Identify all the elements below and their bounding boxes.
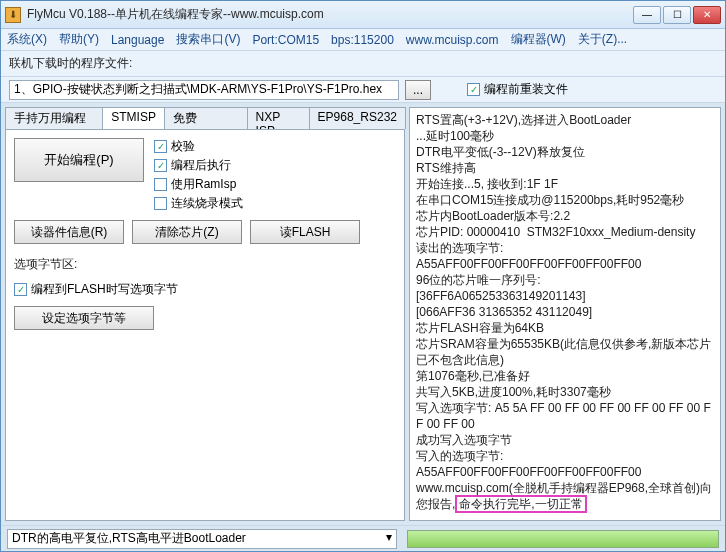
- close-button[interactable]: ✕: [693, 6, 721, 24]
- verify-checkbox[interactable]: ✓: [154, 140, 167, 153]
- cont-checkbox[interactable]: [154, 197, 167, 210]
- menu-help[interactable]: 帮助(Y): [59, 31, 99, 48]
- log-line: 96位的芯片唯一序列号:: [416, 272, 714, 288]
- app-window: ⬇ FlyMcu V0.188--单片机在线编程专家--www.mcuisp.c…: [0, 0, 726, 552]
- write-opt-label: 编程到FLASH时写选项字节: [31, 281, 178, 298]
- log-line: RTS维持高: [416, 160, 714, 176]
- log-line: A55AFF00FF00FF00FF00FF00FF00FF00: [416, 256, 714, 272]
- log-line: RTS置高(+3-+12V),选择进入BootLoader: [416, 112, 714, 128]
- log-line: 写入选项字节: A5 5A FF 00 FF 00 FF 00 FF 00 FF…: [416, 400, 714, 432]
- menu-search-port[interactable]: 搜索串口(V): [176, 31, 240, 48]
- ramisp-checkbox[interactable]: [154, 178, 167, 191]
- menu-system[interactable]: 系统(X): [7, 31, 47, 48]
- minimize-button[interactable]: —: [633, 6, 661, 24]
- write-opt-checkbox[interactable]: ✓: [14, 283, 27, 296]
- reset-mode-combo[interactable]: DTR的高电平复位,RTS高电平进BootLoader ▾: [7, 529, 397, 549]
- tab-nxpisp[interactable]: NXP ISP: [247, 107, 310, 129]
- log-line: [36FF6A065253363149201143]: [416, 288, 714, 304]
- tab-stmisp[interactable]: STMISP: [102, 107, 165, 129]
- file-path-input[interactable]: 1、GPIO-按键状态判断之扫描式\MDK-ARM\YS-F1Pro\YS-F1…: [9, 80, 399, 100]
- log-line: 开始连接...5, 接收到:1F 1F: [416, 176, 714, 192]
- read-info-button[interactable]: 读器件信息(R): [14, 220, 124, 244]
- menubar: 系统(X) 帮助(Y) Language 搜索串口(V) Port:COM15 …: [1, 29, 725, 51]
- reload-checkbox[interactable]: ✓: [467, 83, 480, 96]
- file-label: 联机下载时的程序文件:: [9, 55, 132, 72]
- menu-port[interactable]: Port:COM15: [252, 33, 319, 47]
- cont-label: 连续烧录模式: [171, 195, 243, 212]
- log-line: 芯片SRAM容量为65535KB(此信息仅供参考,新版本芯片已不包含此信息): [416, 336, 714, 368]
- log-line: ...延时100毫秒: [416, 128, 714, 144]
- tabs: 手持万用编程器 STMISP 免费STMIAP NXP ISP EP968_RS…: [5, 107, 405, 129]
- menu-site[interactable]: www.mcuisp.com: [406, 33, 499, 47]
- log-line: A55AFF00FF00FF00FF00FF00FF00FF00: [416, 464, 714, 480]
- menu-programmer[interactable]: 编程器(W): [511, 31, 566, 48]
- browse-button[interactable]: ...: [405, 80, 431, 100]
- log-line: DTR电平变低(-3--12V)释放复位: [416, 144, 714, 160]
- log-line: 第1076毫秒,已准备好: [416, 368, 714, 384]
- verify-label: 校验: [171, 138, 195, 155]
- app-icon: ⬇: [5, 7, 21, 23]
- start-program-button[interactable]: 开始编程(P): [14, 138, 144, 182]
- log-line: 在串口COM15连接成功@115200bps,耗时952毫秒: [416, 192, 714, 208]
- log-line: 芯片PID: 00000410 STM32F10xxx_Medium-densi…: [416, 224, 714, 240]
- ramisp-label: 使用RamIsp: [171, 176, 236, 193]
- body: 手持万用编程器 STMISP 免费STMIAP NXP ISP EP968_RS…: [1, 103, 725, 525]
- left-pane: 手持万用编程器 STMISP 免费STMIAP NXP ISP EP968_RS…: [5, 107, 405, 521]
- menu-language[interactable]: Language: [111, 33, 164, 47]
- run-after-checkbox[interactable]: ✓: [154, 159, 167, 172]
- read-flash-button[interactable]: 读FLASH: [250, 220, 360, 244]
- log-line: 芯片FLASH容量为64KB: [416, 320, 714, 336]
- titlebar: ⬇ FlyMcu V0.188--单片机在线编程专家--www.mcuisp.c…: [1, 1, 725, 29]
- menu-about[interactable]: 关于(Z)...: [578, 31, 627, 48]
- log-line: 读出的选项字节:: [416, 240, 714, 256]
- option-section-label: 选项字节区:: [14, 256, 396, 273]
- log-line: 共写入5KB,进度100%,耗时3307毫秒: [416, 384, 714, 400]
- reload-label: 编程前重装文件: [484, 81, 568, 98]
- file-row-2: 1、GPIO-按键状态判断之扫描式\MDK-ARM\YS-F1Pro\YS-F1…: [1, 77, 725, 103]
- log-line-final: www.mcuisp.com(全脱机手持编程器EP968,全球首创)向您报告,命…: [416, 480, 714, 512]
- log-line: 成功写入选项字节: [416, 432, 714, 448]
- footer: DTR的高电平复位,RTS高电平进BootLoader ▾: [1, 525, 725, 551]
- erase-button[interactable]: 清除芯片(Z): [132, 220, 242, 244]
- progress-bar: [407, 530, 719, 548]
- menu-bps[interactable]: bps:115200: [331, 33, 394, 47]
- tab-body: 开始编程(P) ✓校验 ✓编程后执行 使用RamIsp 连续烧录模式 读器件信息…: [5, 129, 405, 521]
- run-after-label: 编程后执行: [171, 157, 231, 174]
- maximize-button[interactable]: ☐: [663, 6, 691, 24]
- log-output[interactable]: RTS置高(+3-+12V),选择进入BootLoader...延时100毫秒D…: [409, 107, 721, 521]
- log-line: 芯片内BootLoader版本号:2.2: [416, 208, 714, 224]
- log-line: 写入的选项字节:: [416, 448, 714, 464]
- log-line: [066AFF36 31365352 43112049]: [416, 304, 714, 320]
- right-pane: RTS置高(+3-+12V),选择进入BootLoader...延时100毫秒D…: [409, 107, 721, 521]
- tab-handheld[interactable]: 手持万用编程器: [5, 107, 103, 129]
- tab-stmiap[interactable]: 免费STMIAP: [164, 107, 248, 129]
- set-option-button[interactable]: 设定选项字节等: [14, 306, 154, 330]
- window-title: FlyMcu V0.188--单片机在线编程专家--www.mcuisp.com: [27, 6, 633, 23]
- file-row: 联机下载时的程序文件:: [1, 51, 725, 77]
- tab-ep968[interactable]: EP968_RS232: [309, 107, 406, 129]
